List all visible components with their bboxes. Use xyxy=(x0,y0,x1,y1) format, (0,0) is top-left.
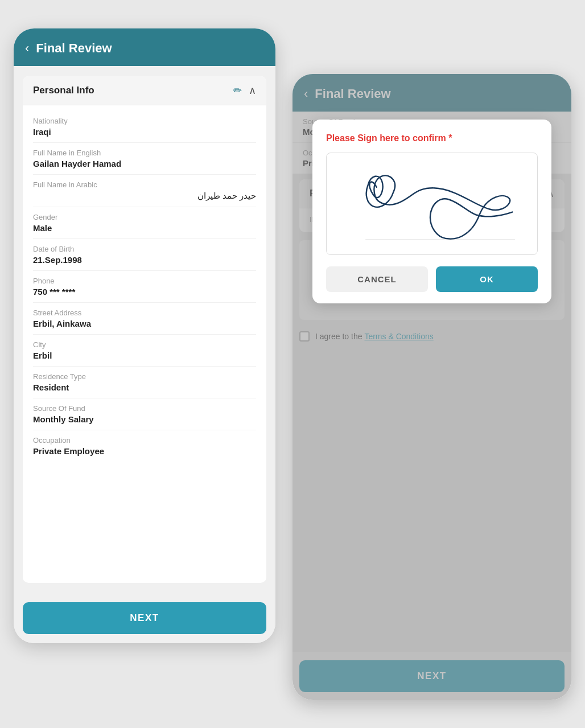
info-row: GenderMale xyxy=(33,207,256,239)
field-value: Erbil xyxy=(33,351,256,360)
field-label: Residence Type xyxy=(33,372,256,381)
chevron-up-icon[interactable]: ∧ xyxy=(249,84,256,97)
field-label: Nationality xyxy=(33,117,256,125)
field-label: Occupation xyxy=(33,436,256,445)
signature-svg xyxy=(327,153,537,254)
right-content: Source Of Fund Monthly Salary Occupation… xyxy=(292,112,571,652)
right-phone: ‹ Final Review Source Of Fund Monthly Sa… xyxy=(292,74,571,700)
field-label: Date of Birth xyxy=(33,245,256,253)
field-label: City xyxy=(33,340,256,349)
info-row: Full Name in EnglishGailan Hayder Hamad xyxy=(33,143,256,175)
left-content: Personal Info ✏ ∧ NationalityIraqiFull N… xyxy=(14,66,275,593)
info-row: OccupationPrivate Employee xyxy=(33,430,256,462)
field-value: Monthly Salary xyxy=(33,414,256,424)
modal-overlay: Please Sign here to confirm * CANCEL xyxy=(292,112,571,652)
card-body: NationalityIraqiFull Name in EnglishGail… xyxy=(23,105,266,583)
ok-button[interactable]: OK xyxy=(436,266,538,292)
left-title: Final Review xyxy=(36,41,112,56)
card-title: Personal Info xyxy=(33,85,94,96)
field-value: Iraqi xyxy=(33,127,256,137)
info-row: Source Of FundMonthly Salary xyxy=(33,398,256,430)
required-marker: * xyxy=(448,133,452,143)
left-phone: ‹ Final Review Personal Info ✏ ∧ Nationa… xyxy=(14,28,275,643)
info-row: Street AddressErbil, Ainkawa xyxy=(33,303,256,335)
field-label: Full Name in English xyxy=(33,149,256,157)
edit-icon[interactable]: ✏ xyxy=(233,84,242,97)
cancel-button[interactable]: CANCEL xyxy=(326,266,428,292)
field-value: Private Employee xyxy=(33,446,256,456)
signature-canvas[interactable] xyxy=(326,153,538,255)
field-label: Gender xyxy=(33,213,256,221)
field-label: Street Address xyxy=(33,309,256,317)
left-back-button[interactable]: ‹ xyxy=(25,41,29,56)
left-next-button[interactable]: NEXT xyxy=(23,602,266,634)
info-row: Date of Birth21.Sep.1998 xyxy=(33,239,256,271)
field-label: Phone xyxy=(33,277,256,285)
info-row: Phone750 *** **** xyxy=(33,271,256,303)
signature-modal: Please Sign here to confirm * CANCEL xyxy=(312,120,551,303)
field-value: Gailan Hayder Hamad xyxy=(33,159,256,168)
info-row: Full Name in Arabicحيدر حمد طيران xyxy=(33,175,256,207)
modal-title: Please Sign here to confirm * xyxy=(326,133,538,143)
left-header: ‹ Final Review xyxy=(14,28,275,66)
info-row: NationalityIraqi xyxy=(33,111,256,143)
field-label: Source Of Fund xyxy=(33,404,256,413)
card-header: Personal Info ✏ ∧ xyxy=(23,76,266,105)
field-value: Resident xyxy=(33,382,256,392)
field-value: 750 *** **** xyxy=(33,287,256,297)
info-row: Residence TypeResident xyxy=(33,367,256,398)
field-label: Full Name in Arabic xyxy=(33,180,256,189)
personal-info-card: Personal Info ✏ ∧ NationalityIraqiFull N… xyxy=(23,76,266,583)
field-value: Erbil, Ainkawa xyxy=(33,319,256,328)
field-value: حيدر حمد طيران xyxy=(33,191,256,201)
card-header-icons: ✏ ∧ xyxy=(233,84,256,97)
field-value: 21.Sep.1998 xyxy=(33,255,256,265)
modal-actions: CANCEL OK xyxy=(326,266,538,292)
left-footer: NEXT xyxy=(14,593,275,643)
info-row: CityErbil xyxy=(33,335,256,367)
field-value: Male xyxy=(33,223,256,233)
